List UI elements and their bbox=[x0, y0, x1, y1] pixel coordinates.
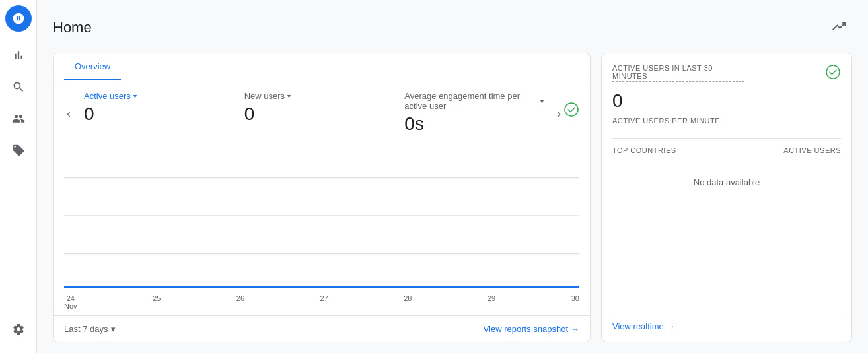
card-tabs: Overview bbox=[54, 53, 590, 80]
realtime-title: Active users in last 30 minutes bbox=[612, 64, 744, 82]
active-users-value: 0 bbox=[84, 104, 223, 125]
next-metric-button[interactable]: › bbox=[554, 102, 563, 126]
page-title: Home bbox=[53, 19, 92, 36]
sidebar-item-tag[interactable] bbox=[5, 137, 32, 164]
countries-header: Top countries Active users bbox=[612, 146, 841, 156]
date-range-dropdown-icon: ▾ bbox=[111, 324, 116, 334]
new-users-label: New users ▾ bbox=[244, 91, 384, 101]
realtime-card-header: Active users in last 30 minutes bbox=[612, 64, 841, 82]
tag-icon bbox=[12, 144, 25, 157]
metric-engagement-time[interactable]: Average engagement time per active user … bbox=[394, 91, 554, 135]
new-users-value: 0 bbox=[244, 104, 384, 125]
card-footer: Last 7 days ▾ View reports snapshot → bbox=[54, 315, 590, 342]
active-users-label: Active users ▾ bbox=[84, 91, 223, 101]
arrow-right-icon: → bbox=[571, 324, 579, 334]
new-users-dropdown-icon[interactable]: ▾ bbox=[287, 92, 291, 100]
x-label-27: 27 bbox=[320, 294, 328, 310]
prev-metric-button[interactable]: ‹ bbox=[64, 102, 73, 126]
metrics-row: ‹ Active users ▾ 0 New users bbox=[54, 80, 590, 140]
x-label-24: 24 Nov bbox=[64, 294, 77, 310]
active-users-dropdown-icon[interactable]: ▾ bbox=[133, 92, 137, 100]
top-countries-label: Top countries bbox=[612, 146, 676, 156]
engagement-time-value: 0s bbox=[404, 113, 544, 135]
card-divider bbox=[612, 138, 841, 139]
metric-active-users[interactable]: Active users ▾ 0 bbox=[73, 91, 234, 135]
x-label-30: 30 bbox=[571, 294, 579, 310]
x-label-28: 28 bbox=[404, 294, 412, 310]
engagement-dropdown-icon[interactable]: ▾ bbox=[540, 98, 544, 105]
view-reports-link[interactable]: View reports snapshot → bbox=[484, 324, 579, 334]
svg-point-0 bbox=[565, 103, 578, 116]
no-data-message: No data available bbox=[612, 177, 841, 313]
logo-icon bbox=[12, 12, 25, 25]
sidebar-item-audience[interactable] bbox=[5, 106, 32, 132]
x-label-26: 26 bbox=[236, 294, 244, 310]
trending-icon[interactable] bbox=[826, 13, 852, 42]
search-icon bbox=[12, 80, 25, 94]
app-logo[interactable] bbox=[5, 5, 32, 32]
chart-area bbox=[54, 140, 590, 292]
realtime-card: Active users in last 30 minutes 0 Active… bbox=[601, 53, 852, 342]
tab-overview[interactable]: Overview bbox=[64, 53, 121, 80]
x-label-29: 29 bbox=[488, 294, 495, 310]
svg-point-5 bbox=[826, 65, 840, 79]
sidebar-item-settings[interactable] bbox=[5, 316, 32, 342]
date-range-selector[interactable]: Last 7 days ▾ bbox=[64, 324, 116, 334]
bar-chart-icon bbox=[12, 49, 25, 62]
settings-icon bbox=[12, 323, 25, 336]
main-analytics-card: Overview ‹ Active users ▾ 0 bbox=[53, 53, 591, 342]
sidebar-item-bar-chart[interactable] bbox=[5, 42, 32, 69]
x-label-25: 25 bbox=[153, 294, 161, 310]
audience-icon bbox=[12, 112, 25, 125]
sidebar-item-search[interactable] bbox=[5, 74, 32, 100]
content-area: Overview ‹ Active users ▾ 0 bbox=[37, 48, 868, 353]
countries-active-users-label: Active users bbox=[783, 146, 841, 156]
realtime-check-icon bbox=[825, 64, 841, 82]
realtime-arrow-icon: → bbox=[667, 321, 675, 331]
page-header: Home bbox=[37, 0, 868, 48]
data-status-check-icon bbox=[563, 102, 579, 120]
metrics-items: Active users ▾ 0 New users ▾ 0 bbox=[73, 91, 554, 135]
chart-svg bbox=[64, 140, 579, 292]
main-content: Home Overview ‹ Active users ▾ bbox=[37, 0, 868, 353]
sidebar bbox=[0, 0, 37, 353]
metric-new-users[interactable]: New users ▾ 0 bbox=[234, 91, 394, 135]
chart-x-axis: 24 Nov 25 26 27 28 29 30 bbox=[54, 292, 590, 315]
realtime-value: 0 bbox=[612, 90, 841, 112]
realtime-card-footer: View realtime → bbox=[612, 313, 841, 331]
engagement-time-label: Average engagement time per active user … bbox=[404, 91, 544, 111]
view-realtime-link[interactable]: View realtime → bbox=[612, 321, 841, 331]
realtime-subtitle: Active users per minute bbox=[612, 117, 841, 125]
